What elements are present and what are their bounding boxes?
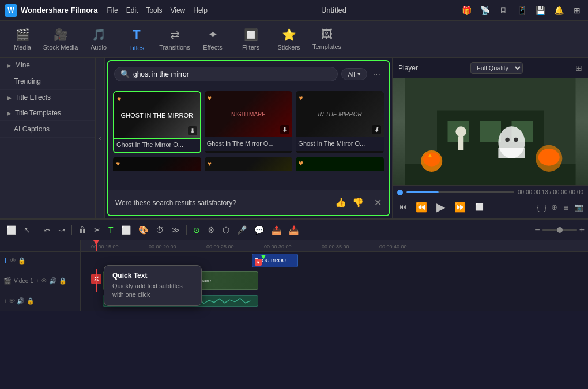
tl-select-tool[interactable]: ⬜ [3, 224, 19, 236]
audio-track-icons: + 👁 🔊 🔒 [3, 297, 35, 305]
video-track-speaker-icon[interactable]: 🔊 [49, 277, 57, 285]
mark-out-button[interactable]: } [544, 203, 546, 212]
sidebar-mine[interactable]: ▶ Mine [0, 58, 95, 73]
audio-add-icon[interactable]: + [3, 297, 7, 305]
zoom-in-button[interactable]: + [579, 225, 585, 235]
sidebar-title-effects[interactable]: ▶ Title Effects [0, 90, 95, 105]
zoom-out-button[interactable]: − [534, 225, 540, 235]
thumbs-up-button[interactable]: 👍 [335, 197, 346, 208]
sidebar-trending[interactable]: Trending [0, 73, 95, 90]
tl-undo-button[interactable]: ⤺ [41, 224, 54, 236]
square-stop-button[interactable]: ⬜ [473, 202, 486, 212]
tl-import-button[interactable]: 📥 [286, 224, 301, 236]
filter-chevron-icon: ▾ [357, 70, 361, 78]
save-icon[interactable]: 💾 [534, 4, 546, 17]
tl-delete-button[interactable]: 🗑 [76, 224, 89, 236]
tool-stock-media[interactable]: 🎥 Stock Media [43, 23, 78, 55]
result-item-4[interactable]: GHOST ♥ ⬇ Ghost In The Mirror O... [205, 157, 293, 171]
tl-more-button[interactable]: ≫ [168, 224, 183, 236]
audio-track-eye-icon[interactable]: 👁 [9, 297, 15, 305]
menu-view[interactable]: View [170, 6, 185, 14]
result-item-2[interactable]: IN THE MIRROR ♥ ⬇ Ghost In The Mirror O.… [296, 91, 384, 153]
result-item-5[interactable]: GHOST ♥ ⬇ Ghostly [296, 157, 384, 171]
search-input[interactable] [133, 70, 331, 78]
tl-text-button[interactable]: T [105, 224, 116, 236]
tl-snap-button[interactable]: ⊙ [190, 224, 203, 236]
tool-transitions[interactable]: ⇄ Transitions [157, 23, 193, 55]
step-forward-button[interactable]: ⏩ [452, 201, 468, 214]
ruler-label-4: 00:00:35:00 [322, 244, 349, 250]
step-back-button[interactable]: ⏪ [413, 201, 429, 214]
gift-icon[interactable]: 🎁 [460, 4, 473, 17]
result-item-3[interactable]: A NIGHTMARE ♥ ⬇ Ghost In The Mirror O... [113, 157, 201, 171]
screen-button[interactable]: 🖥 [562, 203, 570, 212]
title-track-eye-icon[interactable]: 👁 [10, 257, 16, 265]
video-track-eye-icon[interactable]: 👁 [41, 277, 47, 285]
menu-tools[interactable]: Tools [146, 6, 162, 14]
tl-cut-button[interactable]: ✂ [91, 224, 104, 236]
video-track-add-icon[interactable]: + [36, 277, 39, 285]
menu-bar: W Wondershare Filmora File Edit Tools Vi… [0, 0, 588, 21]
player-grid-icon[interactable]: ⊞ [575, 63, 582, 73]
sidebar-title-templates[interactable]: ▶ Title Templates [0, 105, 95, 121]
menu-edit[interactable]: Edit [126, 6, 138, 14]
title-track-lock-icon[interactable]: 🔒 [18, 257, 26, 265]
ruler-spacer [0, 240, 80, 252]
result-item-1[interactable]: NIGHTMARE ♥ ⬇ Ghost In The Mirror O... [205, 91, 293, 153]
bell-icon[interactable]: 🔔 [552, 4, 565, 17]
result-item-0[interactable]: GHOST IN THE MIRROR ♥ ⬇ Ghost In The Mir… [113, 91, 201, 153]
audio-track-speaker-icon[interactable]: 🔊 [17, 297, 25, 305]
tool-audio[interactable]: 🎵 Audio [81, 23, 116, 55]
tool-effects[interactable]: ✦ Effects [195, 23, 231, 55]
tl-voice-button[interactable]: 🎤 [234, 224, 250, 236]
tool-media[interactable]: 🎬 Media [5, 23, 40, 55]
tl-marker-button[interactable]: ⬡ [220, 224, 232, 236]
close-feedback-button[interactable]: ✕ [374, 197, 382, 208]
mobile-icon[interactable]: 📱 [515, 4, 528, 17]
tl-export-button[interactable]: 📤 [269, 224, 284, 236]
split-button[interactable]: ⊕ [551, 203, 557, 212]
menu-help[interactable]: Help [193, 6, 208, 14]
tl-caption-button[interactable]: 💬 [251, 224, 267, 236]
thumbs-down-button[interactable]: 👎 [352, 197, 364, 208]
sidebar-ai-captions[interactable]: AI Captions [0, 121, 95, 138]
tl-color-button[interactable]: 🎨 [135, 224, 151, 236]
tl-razor-tool[interactable]: ↖ [21, 224, 33, 236]
tl-crop-button[interactable]: ⬜ [118, 224, 134, 236]
play-button[interactable]: ▶ [434, 199, 447, 215]
quality-select[interactable]: Full Quality Half Quality [470, 62, 523, 74]
audio-track-lock-icon[interactable]: 🔒 [27, 297, 35, 305]
more-options-button[interactable]: ··· [371, 69, 383, 80]
filter-button[interactable]: All ▾ [341, 68, 367, 80]
monitor-icon[interactable]: 🖥 [497, 4, 510, 17]
main-layout: ▶ Mine Trending ▶ Title Effects ▶ Title … [0, 58, 588, 218]
menu-file[interactable]: File [107, 6, 118, 14]
zoom-slider[interactable] [542, 229, 577, 231]
tl-speed-button[interactable]: ⏱ [153, 224, 167, 236]
tool-templates[interactable]: 🖼 Templates [309, 23, 345, 55]
timeline-area: ⬜ ↖ ⤺ ⤻ 🗑 ✂ T ⬜ 🎨 ⏱ ≫ ⊙ ⚙ ⬡ 🎤 💬 📤 📥 − + [0, 218, 588, 311]
broadcast-icon[interactable]: 📡 [478, 4, 491, 17]
progress-track[interactable] [406, 191, 514, 193]
tool-titles[interactable]: T Titles [119, 23, 154, 55]
title-clip-you-brou[interactable]: T YOU BROU... ♥ [252, 254, 298, 267]
progress-dot [397, 190, 403, 195]
player-area: Player Full Quality Half Quality ⊞ [392, 58, 588, 218]
result-dl-icon-0: ⬇ [188, 126, 197, 135]
mark-in-button[interactable]: { [537, 203, 539, 212]
result-heart-icon-5: ♥ [299, 160, 304, 168]
ruler-label-2: 00:00:25:00 [206, 244, 234, 250]
grid-apps-icon[interactable]: ⊞ [571, 4, 583, 17]
tl-settings-button[interactable]: ⚙ [205, 224, 218, 236]
tl-redo-button[interactable]: ⤻ [55, 224, 68, 236]
svg-point-15 [455, 126, 466, 137]
video-track-lock-icon[interactable]: 🔒 [59, 277, 67, 285]
tool-stickers[interactable]: ⭐ Stickers [271, 23, 307, 55]
video-track-icons: + 👁 🔊 🔒 [36, 277, 67, 285]
tool-filters[interactable]: 🔲 Filters [233, 23, 269, 55]
player-video [393, 78, 588, 185]
skip-back-button[interactable]: ⏮ [397, 202, 409, 212]
snapshot-button[interactable]: 📷 [574, 203, 583, 212]
effects-label: Effects [203, 44, 222, 51]
collapse-handle[interactable]: ‹ [96, 58, 105, 218]
